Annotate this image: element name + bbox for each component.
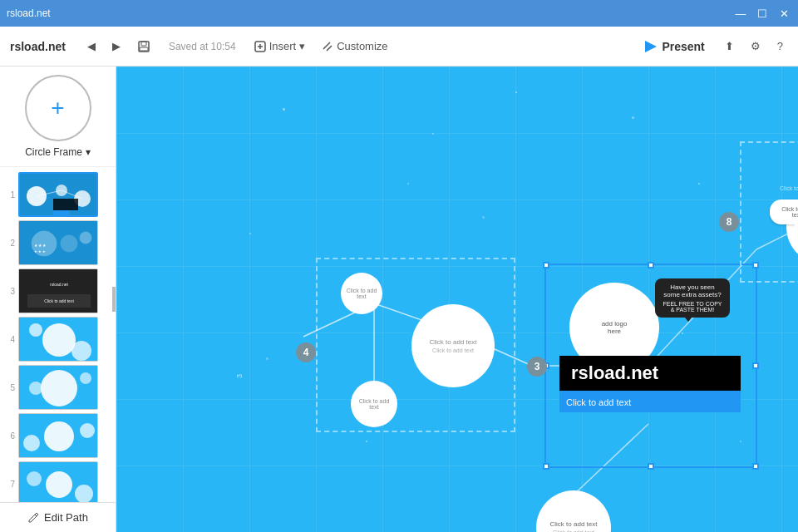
svg-point-24 — [29, 323, 42, 337]
resize-handle-tl[interactable] — [543, 262, 549, 268]
logo-text: rsload.net — [571, 362, 658, 383]
svg-text:★ ★ ★: ★ ★ ★ — [34, 249, 46, 254]
svg-text:Click to add text: Click to add text — [44, 298, 74, 303]
circle-frame-widget[interactable]: + Circle Frame ▾ — [0, 66, 116, 167]
slide-thumb-4[interactable] — [18, 317, 98, 362]
title-bar: rsload.net — ☐ ✕ — [0, 0, 798, 27]
slide-item[interactable]: 1 — [0, 170, 116, 219]
present-button[interactable]: Present — [637, 37, 712, 57]
slide-item[interactable]: 6 — [0, 411, 116, 460]
edit-icon — [27, 512, 39, 524]
svg-rect-2 — [140, 47, 148, 51]
circle-text-sub: Click to add text — [430, 347, 477, 353]
customize-button[interactable]: Customize — [317, 37, 392, 56]
slide-thumb-6[interactable] — [18, 413, 98, 458]
settings-button[interactable]: ⚙ — [746, 37, 766, 56]
circle-frame-icon: + — [25, 75, 91, 141]
minimize-button[interactable]: — — [733, 6, 748, 21]
share-button[interactable]: ⬆ — [720, 37, 739, 56]
edit-path-label: Edit Path — [44, 511, 88, 524]
slide-item[interactable]: 3 rsload.net Click to add text — [0, 267, 116, 315]
svg-rect-11 — [53, 210, 70, 215]
slide-item[interactable]: 2 ★ ★ ★ ★ ★ ★ — [0, 219, 116, 267]
badge-8: 8 — [719, 212, 739, 232]
svg-point-14 — [61, 235, 77, 252]
svg-point-28 — [29, 382, 42, 395]
svg-rect-10 — [53, 199, 78, 210]
plus-icon: + — [51, 96, 64, 120]
resize-handle-bl[interactable] — [543, 463, 549, 470]
forward-button[interactable]: ▶ — [107, 37, 126, 56]
svg-rect-0 — [139, 42, 149, 52]
slide-thumb-3[interactable]: rsload.net Click to add text — [18, 268, 98, 313]
saved-status: Saved at 10:54 — [169, 41, 236, 52]
bottom-large-circle[interactable]: Click to add text Click to add text — [536, 490, 611, 532]
add-logo-line1: add logo — [602, 320, 628, 328]
svg-point-31 — [44, 421, 74, 451]
svg-point-23 — [42, 323, 76, 357]
maximize-button[interactable]: ☐ — [755, 6, 770, 21]
badge-3: 3 — [527, 357, 547, 377]
speech-bubble: Have you seen some extra assets? FEEL FR… — [655, 278, 730, 318]
bubble-line1: Have you seen some extra assets? — [662, 283, 723, 298]
svg-point-15 — [80, 232, 91, 244]
small-circle-bottom-left[interactable]: Click to add text — [351, 381, 397, 427]
resize-handle-bm[interactable] — [648, 463, 654, 470]
right-speech-bubble: Click to add text — [770, 200, 798, 224]
large-center-circle[interactable]: Click to add text Click to add text — [411, 304, 495, 387]
svg-point-32 — [23, 435, 40, 451]
toolbar: rsload.net ◀ ▶ Saved at 10:54 Insert ▾ C… — [0, 27, 798, 66]
dropdown-icon: ▾ — [86, 146, 91, 158]
logo-frame-bg: rsload.net — [559, 356, 741, 391]
svg-point-36 — [27, 471, 42, 486]
resize-handle-br[interactable] — [752, 463, 759, 470]
svg-point-37 — [75, 485, 93, 503]
right-bubble-label: Click to add text — [780, 185, 798, 191]
resize-handle-mr[interactable] — [752, 362, 759, 369]
badge-4: 4 — [296, 342, 316, 362]
edit-path-button[interactable]: Edit Path — [0, 502, 116, 532]
slide-item[interactable]: 7 — [0, 460, 116, 508]
svg-point-27 — [41, 370, 77, 406]
play-icon — [645, 41, 657, 52]
slide-thumb-1[interactable] — [18, 172, 98, 217]
svg-point-33 — [80, 423, 95, 438]
logo-cta[interactable]: Click to add text — [559, 391, 741, 412]
svg-text:rsload.net: rsload.net — [50, 282, 69, 287]
svg-point-29 — [80, 372, 91, 384]
svg-point-25 — [71, 341, 91, 361]
small-circle-top-left[interactable]: Click to add text — [341, 273, 382, 314]
svg-text:★ ★ ★: ★ ★ ★ — [34, 243, 47, 248]
svg-point-35 — [46, 471, 72, 498]
circle-frame-label: Circle Frame — [25, 146, 82, 158]
insert-button[interactable]: Insert ▾ — [249, 37, 311, 56]
resize-handle-tm[interactable] — [648, 262, 654, 268]
canvas-area[interactable]: 8 4 3 3 Click to add text Click to add t… — [116, 66, 798, 532]
back-button[interactable]: ◀ — [82, 37, 101, 56]
slide-thumb-5[interactable] — [18, 365, 98, 410]
slide-thumb-7[interactable] — [18, 461, 98, 506]
brand-label: rsload.net — [10, 40, 66, 53]
bottom-circle-text: Click to add text — [550, 520, 598, 528]
slide-thumb-2[interactable]: ★ ★ ★ ★ ★ ★ — [18, 220, 98, 265]
left-panel: + Circle Frame ▾ 1 — [0, 66, 116, 532]
help-button[interactable]: ? — [772, 37, 788, 56]
add-logo-line2: here — [602, 328, 628, 335]
slides-panel: 1 2 — [0, 167, 116, 532]
circle-text-main: Click to add text — [430, 338, 477, 346]
slide-item[interactable]: 4 — [0, 315, 116, 363]
bubble-line2: FEEL FREE TO COPY & PASTE THEM! — [662, 301, 723, 313]
logo-frame[interactable]: rsload.net Click to add text — [559, 356, 741, 412]
save-button[interactable] — [132, 37, 155, 57]
app-title: rsload.net — [7, 7, 51, 19]
side-label: 3 — [235, 374, 244, 378]
close-button[interactable]: ✕ — [776, 6, 791, 21]
slide-item[interactable]: 5 — [0, 363, 116, 411]
